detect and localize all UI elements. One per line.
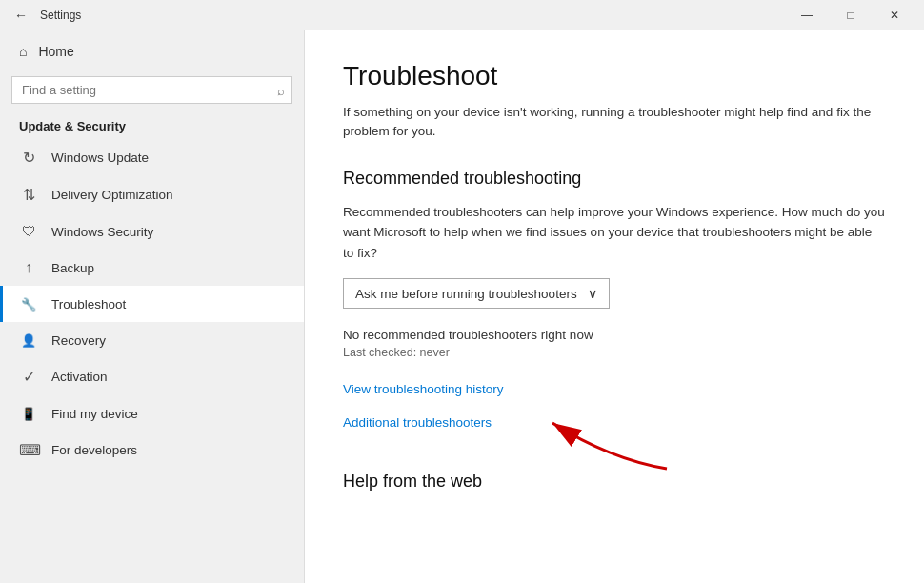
sidebar-item-label: Backup [51,261,94,275]
title-bar: ← Settings — □ ✕ [0,0,924,30]
title-bar-controls: — □ ✕ [785,0,916,30]
maximize-button[interactable]: □ [829,0,873,30]
sidebar-item-label: Find my device [51,407,138,421]
recommended-section-heading: Recommended troubleshooting [343,169,886,189]
delivery-icon [19,186,38,204]
finddevice-icon [19,405,38,422]
sidebar-search[interactable]: ⌕ [11,76,292,104]
sidebar-item-label: Windows Update [51,151,149,165]
sidebar-item-windows-security[interactable]: Windows Security [0,213,304,250]
chevron-down-icon: ∨ [588,286,597,301]
sidebar-item-label: Activation [51,370,108,384]
home-icon [19,44,27,59]
dropdown-value: Ask me before running troubleshooters [355,287,577,301]
back-button[interactable]: ← [8,2,34,29]
activation-icon [19,368,38,386]
arrow-annotation [495,412,705,488]
recovery-icon [19,332,38,349]
update-icon [19,149,38,167]
no-troubleshooters-text: No recommended troubleshooters right now [343,328,886,342]
sidebar-home-button[interactable]: Home [0,30,304,72]
minimize-button[interactable]: — [785,0,829,30]
troubleshoot-icon [19,295,38,312]
sidebar-item-backup[interactable]: Backup [0,250,304,286]
title-bar-title: Settings [40,9,785,22]
backup-icon [19,259,38,276]
page-title: Troubleshoot [343,61,886,91]
sidebar: Home ⌕ Update & Security Windows Update … [0,30,305,583]
security-icon [19,223,38,240]
sidebar-item-for-developers[interactable]: For developers [0,432,304,469]
sidebar-item-activation[interactable]: Activation [0,358,304,395]
sidebar-item-label: Windows Security [51,225,153,239]
troubleshoot-dropdown[interactable]: Ask me before running troubleshooters ∨ [343,278,610,309]
sidebar-item-label: For developers [51,443,137,457]
search-input[interactable] [11,76,292,104]
content-description: If something on your device isn't workin… [343,103,886,142]
search-icon: ⌕ [277,83,285,97]
sidebar-item-label: Recovery [51,333,106,348]
sidebar-item-recovery[interactable]: Recovery [0,322,304,358]
sidebar-item-delivery-optimization[interactable]: Delivery Optimization [0,176,304,213]
sidebar-item-windows-update[interactable]: Windows Update [0,139,304,176]
sidebar-item-label: Troubleshoot [51,297,126,312]
developers-icon [19,441,38,459]
sidebar-item-troubleshoot[interactable]: Troubleshoot [0,286,304,322]
sidebar-item-label: Delivery Optimization [51,188,173,202]
close-button[interactable]: ✕ [873,0,916,30]
main-container: Home ⌕ Update & Security Windows Update … [0,30,924,583]
sidebar-item-find-my-device[interactable]: Find my device [0,395,304,432]
view-history-link[interactable]: View troubleshooting history [343,382,886,396]
content-area: Troubleshoot If something on your device… [305,30,924,583]
last-checked-text: Last checked: never [343,346,886,359]
recommended-section-desc: Recommended troubleshooters can help imp… [343,202,886,264]
sidebar-section-title: Update & Security [0,111,304,139]
sidebar-home-label: Home [38,44,73,59]
